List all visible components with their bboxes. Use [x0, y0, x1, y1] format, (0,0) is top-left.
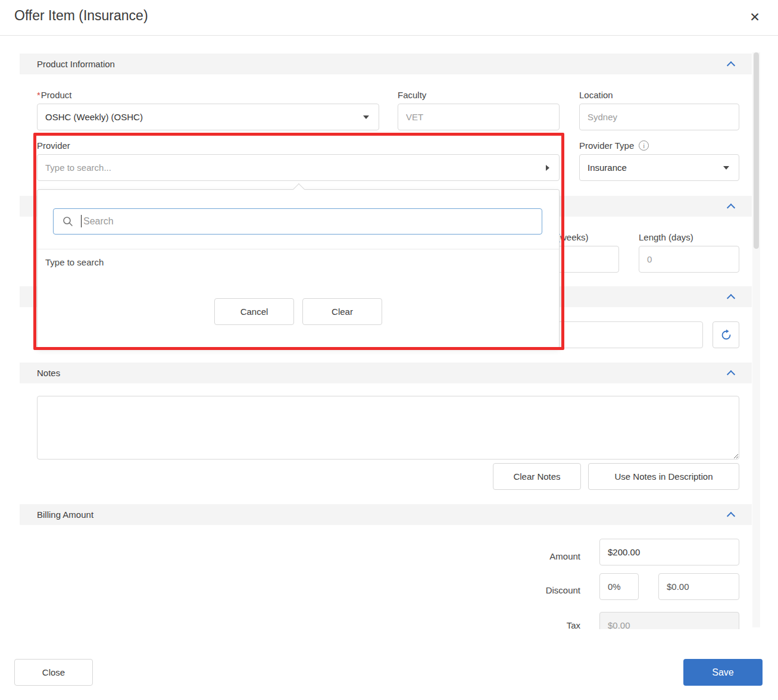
- notes-textarea[interactable]: [37, 396, 739, 460]
- section-billing-amount-header: Billing Amount: [20, 504, 752, 525]
- section-notes-header: Notes: [20, 362, 752, 383]
- section-title: Notes: [37, 368, 60, 378]
- cancel-button[interactable]: Cancel: [214, 298, 294, 325]
- popover-notch: [293, 183, 305, 195]
- popover-empty-text: Type to search: [45, 257, 104, 267]
- collapse-icon[interactable]: [727, 61, 735, 70]
- discount-amount-input[interactable]: [658, 573, 739, 600]
- provider-placeholder: Type to search...: [45, 162, 111, 173]
- product-select[interactable]: OSHC (Weekly) (OSHC): [37, 104, 379, 130]
- tax-label: Tax: [503, 620, 580, 629]
- dropdown-caret-icon: [723, 166, 729, 170]
- product-label: *Product: [37, 90, 72, 100]
- amount-label: Amount: [503, 551, 580, 561]
- close-button[interactable]: Close: [14, 659, 93, 686]
- clear-button[interactable]: Clear: [302, 298, 382, 325]
- tax-input: [599, 612, 739, 629]
- tax-row: Tax: [503, 612, 739, 629]
- provider-type-label: Provider Type i: [579, 140, 649, 151]
- collapse-icon[interactable]: [727, 204, 735, 212]
- discount-percent-input[interactable]: [599, 573, 639, 600]
- section-title: Billing Amount: [37, 510, 93, 520]
- product-select-value: OSHC (Weekly) (OSHC): [45, 112, 143, 122]
- clear-notes-button[interactable]: Clear Notes: [493, 463, 581, 490]
- discount-label: Discount: [503, 585, 580, 595]
- close-icon[interactable]: ✕: [743, 6, 766, 29]
- use-notes-in-description-button[interactable]: Use Notes in Description: [588, 463, 739, 490]
- refresh-icon: [720, 329, 732, 341]
- collapse-icon[interactable]: [727, 512, 735, 520]
- search-icon: [63, 216, 73, 227]
- text-cursor: [81, 215, 82, 227]
- location-label: Location: [579, 90, 613, 100]
- provider-type-value: Insurance: [588, 162, 627, 173]
- save-button[interactable]: Save: [683, 659, 763, 686]
- section-title: Product Information: [37, 59, 115, 69]
- provider-search-popover: Type to search Cancel Clear: [37, 189, 560, 348]
- page-title: Offer Item (Insurance): [14, 8, 148, 24]
- collapse-icon[interactable]: [727, 294, 735, 302]
- dropdown-caret-icon: [363, 115, 369, 119]
- location-input: [579, 104, 739, 130]
- provider-label: Provider: [37, 140, 70, 151]
- info-icon: i: [639, 140, 649, 151]
- collapse-icon[interactable]: [727, 370, 735, 379]
- refresh-button[interactable]: [713, 321, 739, 348]
- length-days-input: [639, 246, 739, 273]
- right-caret-icon: [546, 165, 549, 171]
- faculty-label: Faculty: [398, 90, 426, 100]
- provider-type-select[interactable]: Insurance: [579, 154, 739, 181]
- section-product-information-header: Product Information: [20, 54, 752, 74]
- length-days-label: Length (days): [639, 232, 693, 242]
- popover-search-input[interactable]: [53, 208, 542, 235]
- popover-divider: [38, 249, 559, 249]
- faculty-input: [398, 104, 560, 130]
- provider-combobox[interactable]: Type to search...: [37, 154, 560, 181]
- header-divider: [0, 35, 778, 36]
- scrollbar-thumb[interactable]: [754, 52, 759, 249]
- amount-input[interactable]: [599, 539, 739, 565]
- required-asterisk: *: [37, 90, 40, 100]
